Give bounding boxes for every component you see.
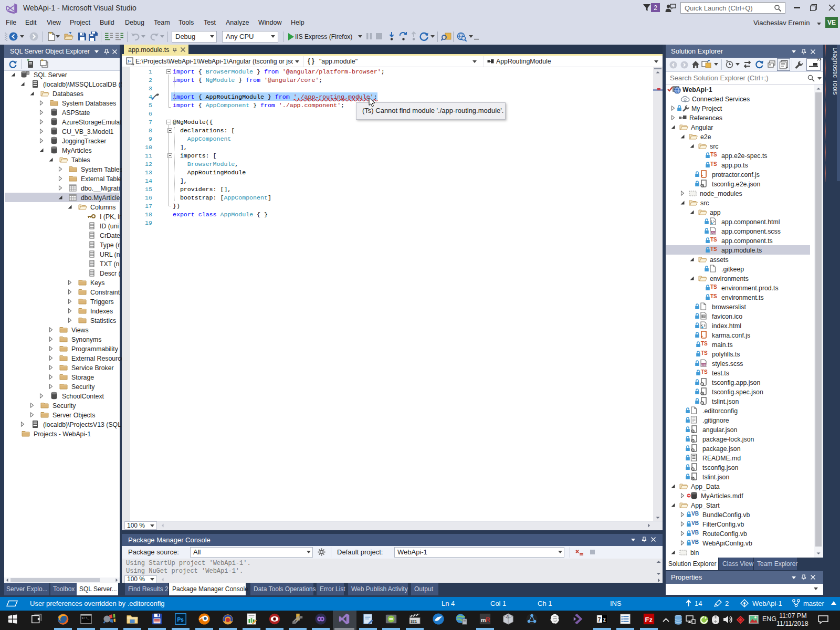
svg-text:321: 321 (411, 619, 417, 624)
svg-text:R: R (486, 616, 490, 624)
svg-text:Ps: Ps (177, 617, 184, 623)
svg-text:Fz: Fz (645, 616, 653, 624)
svg-text:SASS: SASS (710, 232, 716, 234)
svg-text:AI: AI (506, 615, 509, 618)
svg-text:SASS: SASS (700, 364, 707, 366)
svg-text:z: z (603, 617, 606, 623)
svg-text:C:\_: C:\_ (82, 616, 90, 620)
svg-text:7: 7 (598, 617, 601, 623)
